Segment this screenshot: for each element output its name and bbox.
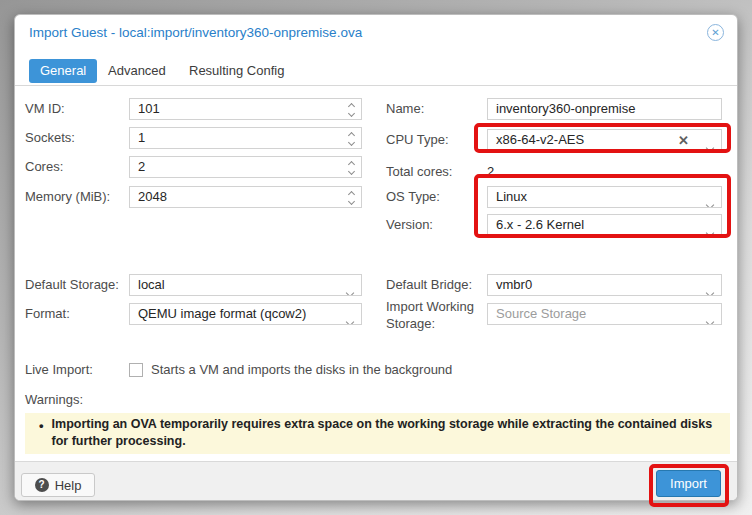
chevron-down-icon[interactable] — [707, 282, 713, 296]
chevron-down-icon[interactable] — [707, 311, 713, 325]
bullet-icon: • — [39, 416, 44, 450]
warning-box: • Importing an OVA temporarily requires … — [25, 413, 730, 454]
default-bridge-select[interactable]: vmbr0 — [487, 274, 722, 296]
chevron-down-icon[interactable] — [707, 137, 713, 151]
total-cores-value: 2 — [487, 161, 494, 183]
spin-down-icon[interactable] — [348, 168, 355, 175]
name-input[interactable]: inventory360-onpremise — [487, 98, 722, 120]
import-working-storage-select[interactable]: Source Storage — [487, 303, 722, 325]
cpu-type-label: CPU Type: — [386, 129, 449, 151]
format-select[interactable]: QEMU image format (qcow2) — [129, 303, 362, 325]
tab-general[interactable]: General — [29, 59, 97, 83]
tab-advanced[interactable]: Advanced — [97, 59, 177, 83]
import-button[interactable]: Import — [656, 470, 721, 497]
vm-id-spinner[interactable] — [349, 99, 354, 120]
cores-label: Cores: — [25, 156, 63, 178]
spin-down-icon[interactable] — [348, 198, 355, 205]
live-import-checkbox[interactable] — [129, 363, 143, 377]
chevron-down-icon[interactable] — [707, 222, 713, 236]
cores-spinner[interactable] — [349, 157, 354, 178]
default-storage-select[interactable]: local — [129, 274, 362, 296]
os-type-label: OS Type: — [386, 186, 440, 208]
help-button[interactable]: ? Help — [21, 473, 95, 497]
total-cores-label: Total cores: — [386, 161, 452, 183]
version-label: Version: — [386, 214, 433, 236]
sockets-input[interactable]: 1 — [129, 127, 362, 149]
default-storage-label: Default Storage: — [25, 274, 119, 296]
import-guest-dialog: Import Guest - local:import/inventory360… — [14, 14, 738, 501]
help-icon: ? — [35, 478, 49, 492]
spin-down-icon[interactable] — [348, 110, 355, 117]
live-import-description: Starts a VM and imports the disks in the… — [151, 359, 452, 381]
chevron-down-icon[interactable] — [707, 194, 713, 208]
cores-input[interactable]: 2 — [129, 156, 362, 178]
sockets-label: Sockets: — [25, 127, 75, 149]
version-select[interactable]: 6.x - 2.6 Kernel — [487, 214, 722, 236]
spin-down-icon[interactable] — [348, 139, 355, 146]
chevron-down-icon[interactable] — [347, 282, 353, 296]
cpu-type-combo[interactable]: x86-64-v2-AES ✕ — [487, 129, 722, 151]
os-type-select[interactable]: Linux — [487, 186, 722, 208]
live-import-label: Live Import: — [25, 359, 93, 381]
import-working-storage-label: Import Working Storage: — [386, 298, 482, 332]
tabbar-divider — [15, 85, 737, 86]
warnings-label: Warnings: — [25, 389, 83, 411]
tab-resulting-config[interactable]: Resulting Config — [178, 59, 295, 83]
sockets-spinner[interactable] — [349, 128, 354, 149]
close-icon[interactable]: ✕ — [707, 24, 724, 41]
memory-label: Memory (MiB): — [25, 186, 110, 208]
dialog-footer — [15, 461, 737, 500]
format-label: Format: — [25, 303, 70, 325]
vm-id-label: VM ID: — [25, 98, 65, 120]
clear-icon[interactable]: ✕ — [678, 130, 689, 151]
warning-text: Importing an OVA temporarily requires ex… — [52, 416, 716, 450]
vm-id-input[interactable]: 101 — [129, 98, 362, 120]
dialog-title: Import Guest - local:import/inventory360… — [29, 25, 362, 40]
default-bridge-label: Default Bridge: — [386, 274, 472, 296]
name-label: Name: — [386, 98, 424, 120]
memory-input[interactable]: 2048 — [129, 186, 362, 208]
memory-spinner[interactable] — [349, 187, 354, 208]
chevron-down-icon[interactable] — [347, 311, 353, 325]
